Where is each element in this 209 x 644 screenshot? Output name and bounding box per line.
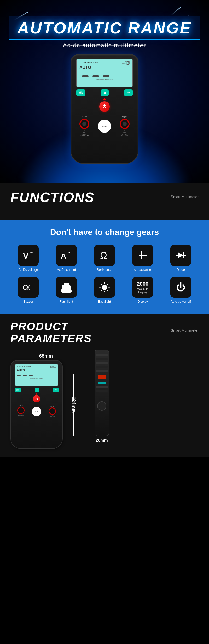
mini-right-specs: △TRUE RMS <box>50 415 55 417</box>
device-power-button[interactable]: ⏻ <box>99 101 110 112</box>
params-diagram: 65mm YIYOUBAO ET8133 DigitalMultimeter A… <box>10 350 199 449</box>
side-port-circle <box>97 401 106 411</box>
mini-left-port-group: ✳AmA △10A FUSED2000 COUNTS <box>17 405 25 418</box>
device-dash-1 <box>82 75 89 77</box>
params-subtitle: Smart Multimeter <box>171 328 199 332</box>
mini-model: DigitalMultimeter <box>50 365 56 369</box>
feature-capacitance: capacitance <box>125 245 160 272</box>
mini-left-port-ring <box>17 407 25 414</box>
device-left-port-ring <box>79 119 89 129</box>
height-label: 124mm <box>71 396 76 413</box>
voltage-symbol-icon: V ~ <box>22 249 35 262</box>
svg-text:A: A <box>61 252 66 260</box>
device-com-label: COM <box>102 125 107 128</box>
device-brand-name: YIYOUBAO ET8133 <box>79 61 98 65</box>
mini-ports-row: ✳AmA △10A FUSED2000 COUNTS COM VΩ·))) △T… <box>11 405 62 418</box>
feature-backlight: Backlight <box>87 277 122 303</box>
device-right-port-specs: △600VCAT II ✳TRUE RMS <box>121 130 128 137</box>
buzzer-symbol-icon: )) <box>22 281 35 294</box>
side-teal-button <box>98 382 106 384</box>
device-arrow-button[interactable]: ◀ <box>101 89 109 96</box>
device-power-circle-icon: ⏻ <box>126 61 130 65</box>
resistance-symbol-icon: Ω <box>98 249 111 262</box>
feature-flashlight-icon <box>56 277 77 298</box>
feature-voltage-icon: V ~ <box>18 245 39 266</box>
side-rib-3 <box>96 362 108 364</box>
feature-buzzer: )) Buzzer <box>10 277 46 303</box>
feature-flashlight-label: Flashlight <box>60 300 73 303</box>
svg-line-26 <box>101 290 102 291</box>
device-indicator-dot <box>103 98 106 100</box>
feature-capacitance-label: capacitance <box>134 268 151 272</box>
features-section: Don't have to change gears V ~ Ac Dc vol… <box>0 220 209 314</box>
device-right-port-label: VΩ·))) <box>122 116 127 118</box>
mini-dashes <box>17 375 56 376</box>
mini-auto-text: AUTO <box>17 369 56 372</box>
display-text-max: Maximum <box>137 288 148 290</box>
side-red-button <box>98 375 106 379</box>
device-right-port-group: VΩ·))) △600VCAT II ✳TRUE RMS <box>120 116 130 137</box>
side-rib-4 <box>96 366 108 368</box>
device-dash-3 <box>103 75 109 77</box>
mini-screen: YIYOUBAO ET8133 DigitalMultimeter AUTO A… <box>15 364 58 386</box>
params-section: PRODUCT PARAMETERS Smart Multimeter 65mm <box>0 314 209 457</box>
hero-subtitle: Ac-dc automatic multimeter <box>63 42 146 49</box>
feature-display: 2000 Maximum Display Display <box>125 277 160 303</box>
params-title: PRODUCT PARAMETERS <box>10 320 92 344</box>
feature-voltage: V ~ Ac Dc voltage <box>10 245 46 272</box>
hero-title-box: AUTOMATIC RANGE <box>9 16 200 40</box>
mini-right-port-group: VΩ·))) △TRUE RMS <box>49 406 56 417</box>
side-rib-1 <box>96 354 108 356</box>
side-rib-6 <box>96 386 108 388</box>
device-right-port-inner <box>123 122 127 126</box>
device-sel-button[interactable]: SELNCV <box>76 89 85 96</box>
power-off-symbol-icon: ⏻ <box>176 282 185 293</box>
mini-indicator-dot <box>36 393 37 395</box>
mini-dash-1 <box>17 375 21 376</box>
svg-text:~: ~ <box>30 250 33 255</box>
feature-resistance: Ω Resistance <box>87 245 122 272</box>
feature-resistance-icon: Ω <box>94 245 115 266</box>
feature-diode: Diode <box>163 245 199 272</box>
hero-section: AUTOMATIC RANGE Ac-dc automatic multimet… <box>0 0 209 183</box>
svg-text:~: ~ <box>68 250 71 255</box>
functions-title: FUNCTIONS <box>10 189 94 205</box>
hero-device: YIYOUBAO ET8133 DigitalMultimeter AUTO ⏻… <box>68 54 141 164</box>
device-hstar-button[interactable]: H/✳ <box>124 89 133 96</box>
svg-line-23 <box>101 284 102 285</box>
mini-id-text: Automatic identificatin <box>17 377 56 379</box>
feature-voltage-label: Ac Dc voltage <box>19 268 38 272</box>
mini-right-port-label: VΩ·))) <box>50 406 54 407</box>
mini-brand: YIYOUBAO ET8133 DigitalMultimeter <box>17 365 56 369</box>
feature-current: A ~ Ac Dc current <box>49 245 84 272</box>
svg-rect-15 <box>64 283 69 285</box>
display-text-disp: Display <box>138 291 147 294</box>
device-dashes <box>79 75 130 77</box>
depth-label: 26mm <box>96 438 108 443</box>
device-id-text: Automatic identificatin <box>79 79 130 81</box>
params-title-line1: PRODUCT <box>10 320 68 332</box>
mini-power-button: ⏻ <box>33 395 40 402</box>
width-measurement <box>25 350 67 352</box>
mini-right-port-ring <box>49 407 56 415</box>
feature-diode-icon <box>170 245 191 266</box>
svg-point-13 <box>23 285 27 289</box>
svg-marker-10 <box>178 252 183 258</box>
device-left-port-group: ✳ AmA △10AFUSED2000 COUNTS <box>79 116 89 137</box>
device-ports-row: ✳ AmA △10AFUSED2000 COUNTS COM VΩ·))) △6… <box>71 116 138 137</box>
svg-point-18 <box>102 285 107 290</box>
device-com-port: COM <box>98 120 111 133</box>
device-right-port-ring <box>120 119 130 129</box>
device-auto-text: AUTO <box>79 65 91 70</box>
side-rib-5 <box>96 370 108 372</box>
height-measurement: 124mm <box>65 360 82 449</box>
feature-display-icon: 2000 Maximum Display <box>132 277 153 298</box>
params-title-line2: PARAMETERS <box>10 332 92 344</box>
height-line-top <box>73 374 74 400</box>
height-line-bottom <box>73 410 74 436</box>
feature-auto-power-label: Auto power-off <box>171 300 191 303</box>
feature-buzzer-label: Buzzer <box>23 300 33 303</box>
svg-line-25 <box>107 284 108 285</box>
device-body: YIYOUBAO ET8133 DigitalMultimeter AUTO ⏻… <box>71 54 138 164</box>
mini-device-front: YIYOUBAO ET8133 DigitalMultimeter AUTO A… <box>10 360 63 449</box>
